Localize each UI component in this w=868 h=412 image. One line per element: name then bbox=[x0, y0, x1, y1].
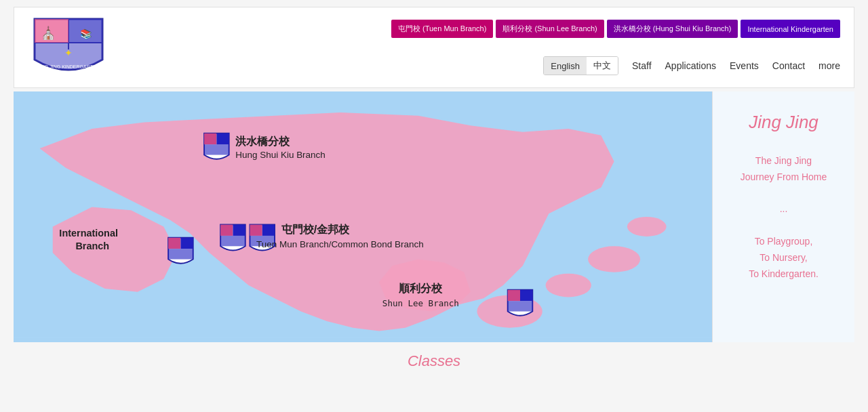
svg-text:📚: 📚 bbox=[80, 28, 92, 40]
staff-nav-link[interactable]: Staff bbox=[632, 60, 652, 71]
svg-text:屯門校/金邦校: 屯門校/金邦校 bbox=[281, 223, 351, 235]
svg-text:Tuen Mun Branch/Common Bond Br: Tuen Mun Branch/Common Bond Branch bbox=[256, 239, 424, 249]
contact-nav-link[interactable]: Contact bbox=[772, 60, 805, 71]
svg-text:順利分校: 順利分校 bbox=[398, 282, 443, 294]
svg-text:Hung Shui Kiu Branch: Hung Shui Kiu Branch bbox=[235, 150, 326, 160]
language-toggle[interactable]: English 中文 bbox=[543, 56, 618, 75]
nav-area: English 中文 Staff Applications Events Con… bbox=[543, 56, 840, 75]
nav-links: Staff Applications Events Contact more bbox=[632, 60, 840, 71]
svg-text:洪水橋分校: 洪水橋分校 bbox=[235, 135, 290, 147]
svg-point-12 bbox=[627, 217, 667, 236]
svg-text:⛪: ⛪ bbox=[41, 26, 56, 41]
more-nav-link[interactable]: more bbox=[818, 60, 840, 71]
svg-text:✦: ✦ bbox=[64, 47, 73, 58]
svg-text:Branch: Branch bbox=[75, 241, 109, 251]
side-panel: Jing Jing The Jing Jing Journey From Hom… bbox=[712, 91, 854, 342]
classes-title: Classes bbox=[10, 352, 858, 370]
applications-nav-link[interactable]: Applications bbox=[665, 60, 717, 71]
english-lang-button[interactable]: English bbox=[544, 57, 587, 75]
map-svg: 洪水橋分校 Hung Shui Kiu Branch 屯門校/金邦校 Tuen … bbox=[14, 91, 712, 342]
shun-lee-button[interactable]: 順利分校 (Shun Lee Branch) bbox=[496, 20, 604, 38]
svg-text:Shun Lee Branch: Shun Lee Branch bbox=[382, 298, 459, 308]
logo-area: ⛪ 📚 JING JING KINDERGARTEN ✦ bbox=[28, 16, 204, 80]
svg-point-10 bbox=[546, 274, 591, 297]
international-button[interactable]: International Kindergarten bbox=[741, 20, 840, 38]
header: ⛪ 📚 JING JING KINDERGARTEN ✦ 屯門校 (Tuen M… bbox=[14, 7, 854, 88]
side-panel-text: The Jing Jing Journey From Home ... To P… bbox=[741, 153, 827, 282]
map-section: 洪水橋分校 Hung Shui Kiu Branch 屯門校/金邦校 Tuen … bbox=[14, 91, 854, 342]
tuen-mun-button[interactable]: 屯門校 (Tuen Mun Branch) bbox=[391, 20, 493, 38]
events-nav-link[interactable]: Events bbox=[730, 60, 759, 71]
map-container: 洪水橋分校 Hung Shui Kiu Branch 屯門校/金邦校 Tuen … bbox=[14, 91, 712, 342]
classes-section: Classes bbox=[0, 342, 868, 380]
branch-buttons: 屯門校 (Tuen Mun Branch) 順利分校 (Shun Lee Bra… bbox=[391, 20, 840, 38]
hung-shui-kiu-button[interactable]: 洪水橋分校 (Hung Shui Kiu Branch) bbox=[607, 20, 738, 38]
svg-point-11 bbox=[588, 246, 640, 272]
chinese-lang-button[interactable]: 中文 bbox=[587, 57, 618, 75]
svg-text:JING JING KINDERGARTEN: JING JING KINDERGARTEN bbox=[37, 64, 99, 69]
school-logo: ⛪ 📚 JING JING KINDERGARTEN ✦ bbox=[28, 16, 109, 80]
side-panel-title: Jing Jing bbox=[749, 112, 818, 133]
svg-text:International: International bbox=[59, 228, 118, 239]
